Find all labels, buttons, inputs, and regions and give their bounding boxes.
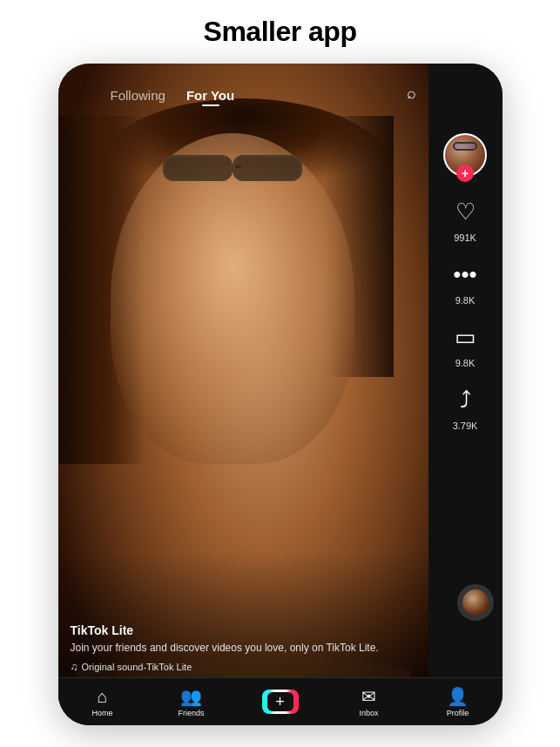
svg-line-9 bbox=[469, 579, 476, 583]
creator-avatar-container[interactable]: + bbox=[453, 339, 491, 377]
svg-point-4 bbox=[474, 466, 476, 468]
bookmark-icon bbox=[456, 511, 488, 542]
video-username: TikTok Lite bbox=[79, 586, 393, 600]
svg-point-2 bbox=[468, 466, 470, 468]
tab-for-you[interactable]: For You bbox=[262, 73, 327, 96]
video-area[interactable]: Following For You TikTok Lite Join your … bbox=[58, 60, 442, 687]
music-icon: ♪ bbox=[79, 622, 85, 635]
profile-icon bbox=[450, 649, 466, 670]
vinyl-center bbox=[471, 610, 482, 621]
video-description: Join your friends and discover videos yo… bbox=[79, 603, 393, 616]
svg-point-3 bbox=[470, 466, 473, 468]
face-highlight bbox=[204, 135, 317, 274]
bookmark-button[interactable]: 9.8K bbox=[456, 511, 488, 555]
home-icon: ⌂ bbox=[98, 650, 107, 669]
inbox-icon bbox=[361, 649, 377, 670]
bottom-nav: ⌂ Home Friends + bbox=[58, 642, 503, 687]
friends-label: Friends bbox=[177, 671, 206, 681]
svg-line-8 bbox=[469, 586, 476, 590]
svg-point-10 bbox=[186, 651, 192, 656]
nav-home[interactable]: ⌂ Home bbox=[58, 650, 147, 680]
sound-text: Original sound-TikTok Lite bbox=[90, 623, 200, 634]
like-count: 991K bbox=[461, 429, 483, 440]
nav-friends[interactable]: Friends bbox=[147, 649, 236, 681]
inbox-label: Inbox bbox=[358, 671, 379, 681]
tab-following[interactable]: Following bbox=[172, 73, 245, 96]
follow-badge[interactable]: + bbox=[464, 367, 480, 382]
device-frame: Following For You TikTok Lite Join your … bbox=[58, 60, 503, 687]
nav-profile[interactable]: Profile bbox=[414, 649, 503, 681]
friends-icon bbox=[184, 649, 199, 670]
like-button[interactable]: 991K bbox=[456, 396, 488, 440]
nav-tabs: Following For You bbox=[172, 73, 327, 96]
video-info: TikTok Lite Join your friends and discov… bbox=[71, 575, 401, 642]
plus-icon: + bbox=[275, 655, 286, 675]
nav-inbox[interactable]: Inbox bbox=[325, 649, 414, 681]
share-icon bbox=[456, 569, 488, 600]
vinyl-disc bbox=[457, 596, 496, 635]
svg-point-11 bbox=[455, 651, 461, 656]
right-sidebar: + 991K 9.8K bbox=[442, 60, 503, 687]
top-nav: Following For You bbox=[58, 60, 442, 109]
heart-icon bbox=[456, 396, 488, 427]
create-button[interactable]: + bbox=[263, 653, 298, 677]
home-label: Home bbox=[91, 670, 114, 680]
bookmark-count: 9.8K bbox=[462, 544, 482, 555]
page-title: Smaller app bbox=[201, 16, 359, 48]
search-button[interactable] bbox=[412, 74, 429, 96]
sound-info: ♪ Original sound-TikTok Lite bbox=[79, 622, 393, 635]
nav-create[interactable]: + bbox=[236, 653, 325, 677]
svg-line-1 bbox=[423, 86, 427, 90]
profile-label: Profile bbox=[445, 671, 469, 681]
comment-button[interactable]: 9.8K bbox=[456, 454, 488, 497]
comment-icon bbox=[456, 454, 488, 485]
comment-count: 9.8K bbox=[462, 487, 482, 497]
